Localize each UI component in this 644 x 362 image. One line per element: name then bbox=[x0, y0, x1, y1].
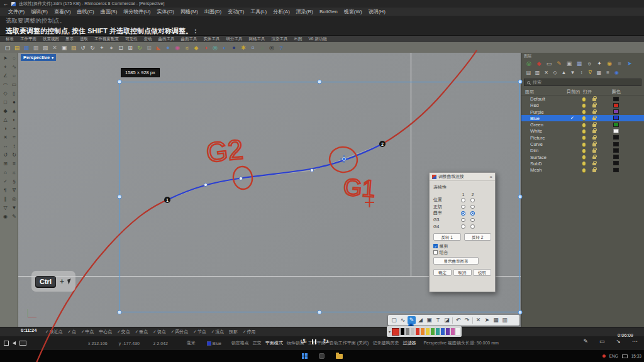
lamp-icon[interactable]: ☼ bbox=[183, 44, 191, 52]
pause-icon[interactable] bbox=[312, 339, 316, 344]
toolbar-tab[interactable]: 工作平面 bbox=[18, 36, 39, 42]
boolean-icon[interactable]: + bbox=[10, 124, 18, 133]
palette-current-color[interactable] bbox=[392, 328, 399, 336]
osnap-toggle[interactable]: ✓垂点 bbox=[135, 329, 148, 335]
layer-lock-icon[interactable] bbox=[592, 150, 596, 153]
continuity-radio-2[interactable] bbox=[470, 224, 475, 229]
new-layer-icon[interactable]: ▤ bbox=[525, 69, 532, 76]
osnap-toggle[interactable]: ✓中点 bbox=[81, 329, 94, 335]
layers-icon[interactable]: ◆ bbox=[535, 60, 543, 67]
palette-swatch[interactable] bbox=[426, 328, 430, 335]
sun-icon[interactable]: ☼ bbox=[586, 60, 593, 67]
keyboard-icon[interactable] bbox=[622, 354, 628, 358]
back-arrow-icon[interactable]: ← bbox=[3, 1, 8, 7]
checkbox[interactable] bbox=[433, 250, 438, 255]
redo-icon[interactable]: ↻ bbox=[89, 44, 96, 52]
toolbar-tab[interactable]: 选取 bbox=[77, 36, 91, 42]
layer-lock-icon[interactable] bbox=[592, 124, 596, 127]
more-icon[interactable]: ⋯ bbox=[632, 338, 638, 344]
drop-icon[interactable]: ▼ bbox=[10, 204, 18, 212]
menu-item[interactable]: 工具(L) bbox=[247, 8, 270, 15]
start-grid-icon[interactable] bbox=[302, 353, 308, 359]
layer-color-swatch[interactable] bbox=[613, 142, 619, 146]
undo-icon[interactable]: ↺ bbox=[79, 44, 87, 52]
menu-item[interactable]: 曲面(S) bbox=[97, 8, 121, 15]
status-pane[interactable]: 自动工作平面 (关闭) bbox=[330, 340, 369, 346]
toolbar-tab[interactable]: 工作视窗配置 bbox=[92, 36, 121, 42]
array-icon[interactable]: ⊞ bbox=[1, 160, 9, 168]
layer-lock-icon[interactable] bbox=[592, 118, 596, 121]
layer-row[interactable]: White bbox=[521, 128, 644, 134]
layers-icon[interactable]: ≡ bbox=[10, 160, 18, 168]
trim-icon[interactable]: ✕ bbox=[1, 133, 9, 141]
curve-icon[interactable]: ∿ bbox=[10, 63, 18, 71]
delete-layer-icon[interactable]: ✕ bbox=[543, 69, 550, 76]
status-pane[interactable]: Perspective 视图镜头长度: 50.000 mm bbox=[423, 340, 498, 346]
layer-visibility-bulb-icon[interactable] bbox=[582, 149, 586, 153]
sphere-dark-icon[interactable]: ● bbox=[230, 44, 238, 52]
palette-swatch[interactable] bbox=[451, 328, 455, 335]
pointer-icon[interactable]: ➤ bbox=[483, 316, 491, 324]
layer-visibility-bulb-icon[interactable] bbox=[582, 162, 586, 165]
toolbar-tab[interactable]: 网格工具 bbox=[247, 36, 268, 42]
menu-item[interactable]: 编辑(E) bbox=[28, 8, 51, 15]
palette-swatch[interactable] bbox=[416, 328, 419, 335]
layer-row[interactable]: Green bbox=[521, 121, 644, 128]
match-layer-icon[interactable]: ◇ bbox=[552, 69, 558, 76]
annotate-pen-icon[interactable]: ✎ bbox=[583, 338, 588, 344]
layer-lock-icon[interactable] bbox=[592, 169, 596, 172]
redo-icon[interactable]: ↷ bbox=[463, 316, 471, 324]
checkbox[interactable] bbox=[433, 244, 438, 248]
layer-row[interactable]: Mesh bbox=[521, 167, 644, 173]
cone-icon[interactable]: ▲ bbox=[10, 107, 18, 115]
layer-color-swatch[interactable] bbox=[613, 148, 619, 153]
undo-icon[interactable]: ↶ bbox=[454, 316, 462, 324]
target-icon[interactable]: ◎ bbox=[268, 44, 275, 52]
layer-lock-icon[interactable] bbox=[592, 156, 596, 160]
layer-lock-icon[interactable] bbox=[592, 137, 596, 140]
offset-icon[interactable]: ∥ bbox=[1, 195, 9, 203]
menu-item[interactable]: 曲线(C) bbox=[74, 8, 97, 15]
circle-icon[interactable]: ○ bbox=[10, 72, 18, 80]
layer-lock-icon[interactable] bbox=[592, 98, 596, 101]
layer-lock-icon[interactable] bbox=[592, 130, 596, 133]
eraser-icon[interactable]: ◪ bbox=[443, 316, 451, 324]
highlighter-icon[interactable]: ◢ bbox=[416, 316, 425, 324]
continuity-radio-1[interactable] bbox=[461, 205, 465, 209]
layer-color-swatch[interactable] bbox=[613, 123, 619, 127]
layer-row[interactable]: Dim bbox=[521, 147, 644, 153]
layer-lock-icon[interactable] bbox=[592, 111, 596, 114]
rotate-icon[interactable]: ↺ bbox=[1, 151, 9, 159]
lock-icon[interactable]: ◆ bbox=[192, 44, 200, 52]
toolbar-tab[interactable]: 变动 bbox=[142, 36, 155, 42]
layer-visibility-bulb-icon[interactable] bbox=[582, 97, 586, 101]
text-tool-icon[interactable]: T bbox=[434, 316, 442, 324]
shapes-icon[interactable]: ▣ bbox=[425, 316, 433, 324]
menu-item[interactable]: 说明(H) bbox=[365, 8, 389, 15]
menu-item[interactable]: 渲染(R) bbox=[293, 8, 316, 15]
osnap-toggle[interactable]: ✓切点 bbox=[153, 329, 165, 335]
layer-visibility-bulb-icon[interactable] bbox=[582, 155, 586, 159]
project-icon[interactable]: ▽ bbox=[1, 204, 9, 212]
move-up-icon[interactable]: ▲ bbox=[560, 69, 567, 76]
layer-color-swatch[interactable] bbox=[613, 155, 619, 159]
open-file-icon[interactable]: ▤ bbox=[13, 44, 21, 52]
show-curvature-button[interactable]: 显示曲率图形 bbox=[433, 257, 479, 265]
box-icon[interactable]: □ bbox=[1, 98, 9, 106]
layer-color-swatch[interactable] bbox=[613, 129, 619, 133]
pan-icon[interactable]: + bbox=[98, 44, 106, 52]
layer-color-swatch[interactable] bbox=[613, 168, 619, 172]
continuity-radio-1[interactable] bbox=[461, 218, 465, 222]
layer-row[interactable]: Curve bbox=[521, 141, 644, 147]
continuity-radio-1[interactable] bbox=[461, 224, 465, 229]
continuity-radio-2[interactable] bbox=[470, 198, 475, 202]
zoom-icon[interactable]: ⌖ bbox=[108, 44, 115, 52]
clear-icon[interactable]: ✕ bbox=[474, 316, 482, 324]
menu-item[interactable]: 出图(D) bbox=[201, 8, 225, 15]
speaker-icon[interactable] bbox=[13, 341, 16, 345]
forward-30-icon[interactable]: ↻30 bbox=[323, 338, 328, 345]
light-icon[interactable]: ☼ bbox=[10, 168, 18, 177]
menu-item[interactable]: BoltGen bbox=[316, 9, 341, 14]
status-pane[interactable]: y -177.430 bbox=[119, 341, 140, 346]
osnap-toggle[interactable]: ✓最近点 bbox=[45, 329, 62, 335]
